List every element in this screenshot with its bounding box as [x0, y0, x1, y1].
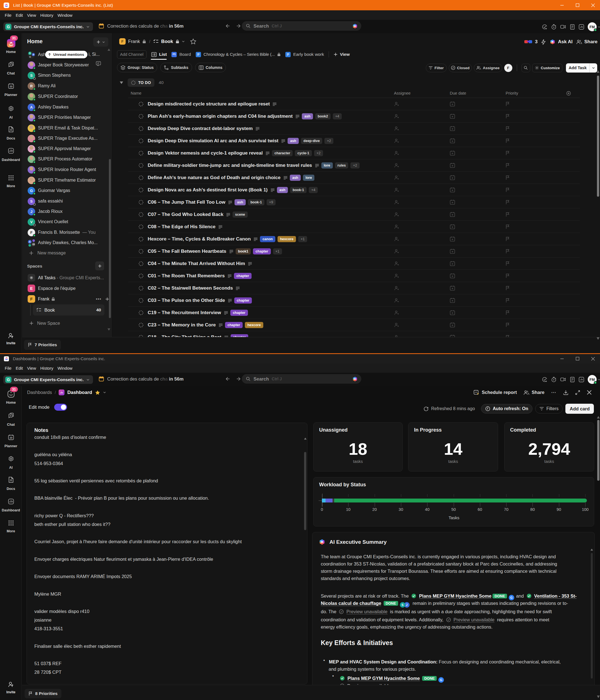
svg-text:23: 23	[10, 436, 13, 439]
svg-text:23: 23	[10, 85, 13, 88]
